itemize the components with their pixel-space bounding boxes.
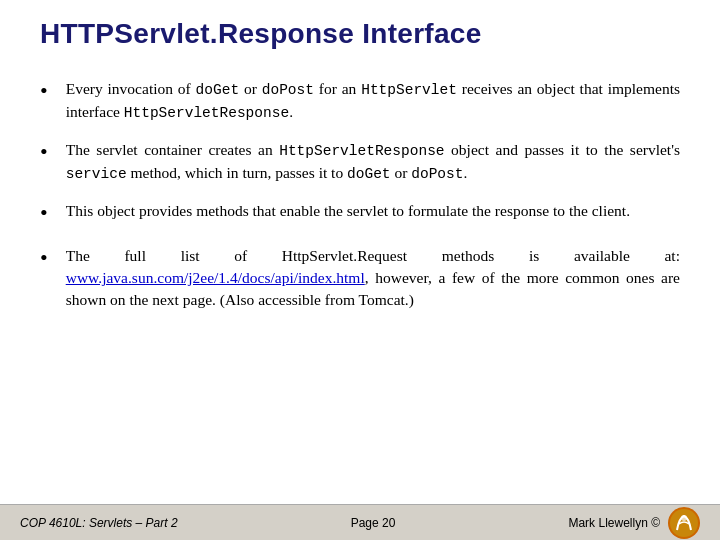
bullet-text-3: This object provides methods that enable… [66,200,680,222]
bullet-item-1: • Every invocation of doGet or doPost fo… [40,70,680,131]
bullet-dot-3: • [40,198,48,229]
svg-point-0 [670,509,698,537]
bullet-item-2: • The servlet container creates an HttpS… [40,131,680,192]
footer-page: Page 20 [351,516,396,530]
slide-title: HTTPServlet.Response Interface [40,18,680,50]
svg-point-1 [681,515,687,521]
bullet-text-2: The servlet container creates an HttpSer… [66,139,680,184]
bullet-item-3: • This object provides methods that enab… [40,192,680,237]
bullet-dot-1: • [40,76,48,107]
bullet-dot-4: • [40,243,48,274]
reference-link[interactable]: www.java.sun.com/j2ee/1.4/docs/api/index… [66,269,365,286]
title-bar: HTTPServlet.Response Interface [0,0,720,60]
content-area: • Every invocation of doGet or doPost fo… [0,60,720,504]
bullet-text-4: The full list of HttpServlet.Request met… [66,245,680,311]
bullet-text-1: Every invocation of doGet or doPost for … [66,78,680,123]
footer-author: Mark Llewellyn © [568,516,660,530]
logo [668,507,700,539]
slide: HTTPServlet.Response Interface • Every i… [0,0,720,540]
footer: COP 4610L: Servlets – Part 2 Page 20 Mar… [0,504,720,540]
bullet-item-4: • The full list of HttpServlet.Request m… [40,237,680,319]
bullet-dot-2: • [40,137,48,168]
footer-right-section: Mark Llewellyn © [568,507,700,539]
footer-course: COP 4610L: Servlets – Part 2 [20,516,178,530]
